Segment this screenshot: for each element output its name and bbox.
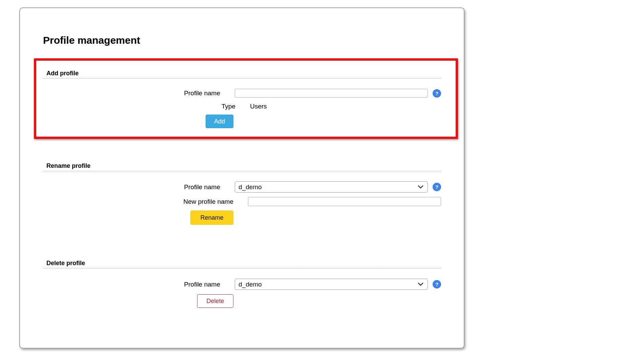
chevron-down-icon: [418, 185, 423, 189]
new-profile-name-input[interactable]: [248, 197, 441, 206]
section-rename-profile: Rename profile Profile name d_demo ? New…: [43, 162, 441, 225]
section-delete-profile: Delete profile Profile name d_demo ? Del…: [43, 260, 441, 308]
delete-profile-name-select[interactable]: d_demo: [235, 279, 428, 290]
profile-name-label: Profile name: [43, 90, 220, 97]
section-add-profile: Add profile Profile name ? Type Users Ad…: [43, 70, 441, 128]
delete-button[interactable]: Delete: [197, 294, 233, 308]
chevron-down-icon: [418, 282, 423, 286]
profile-name-label: Profile name: [43, 183, 220, 191]
new-profile-name-label: New profile name: [43, 198, 233, 205]
page-title: Profile management: [43, 35, 140, 46]
help-icon[interactable]: ?: [433, 89, 441, 98]
add-profile-heading: Add profile: [43, 70, 441, 79]
rename-button[interactable]: Rename: [190, 211, 233, 225]
delete-profile-heading: Delete profile: [43, 260, 441, 269]
type-label: Type: [43, 103, 235, 110]
add-profile-name-input[interactable]: [235, 89, 428, 98]
profile-management-card: Profile management Add profile Profile n…: [19, 7, 464, 349]
rename-profile-name-row: Profile name d_demo ?: [43, 181, 441, 193]
delete-profile-name-row: Profile name d_demo ?: [43, 279, 441, 290]
rename-profile-name-select[interactable]: d_demo: [235, 181, 428, 193]
help-icon[interactable]: ?: [433, 280, 441, 289]
new-profile-name-row: New profile name: [43, 197, 441, 206]
add-type-row: Type Users: [43, 103, 441, 110]
add-button[interactable]: Add: [206, 115, 233, 128]
help-icon[interactable]: ?: [433, 183, 441, 191]
add-profile-name-row: Profile name ?: [43, 89, 441, 98]
rename-profile-heading: Rename profile: [43, 162, 441, 171]
profile-name-label: Profile name: [43, 281, 220, 288]
highlight-box-add-profile: Add profile Profile name ? Type Users Ad…: [34, 58, 458, 139]
selected-profile-value: d_demo: [238, 281, 262, 288]
type-value: Users: [250, 103, 267, 110]
selected-profile-value: d_demo: [238, 183, 262, 191]
